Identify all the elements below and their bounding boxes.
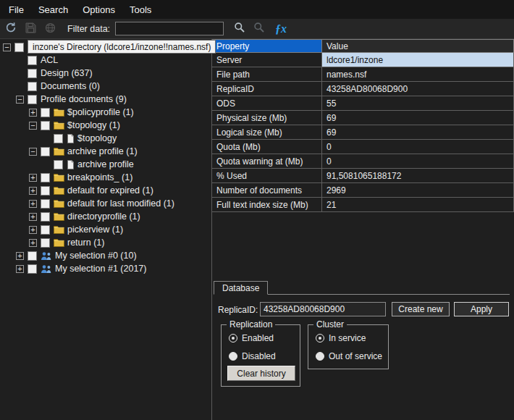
tree-checkbox[interactable]	[28, 264, 37, 274]
property-row[interactable]: Serverldcore1/inzone	[212, 53, 514, 67]
replica-id-input[interactable]	[260, 302, 386, 316]
tree-checkbox[interactable]	[41, 238, 50, 248]
tree-item[interactable]: +My selection #1 (2017)	[0, 262, 211, 275]
tree-item[interactable]: +return (1)	[0, 236, 211, 249]
value-column-header[interactable]: Value	[322, 39, 514, 53]
cluster-groupbox-title: Cluster	[313, 319, 347, 329]
tree-item-label: Documents (0)	[41, 81, 100, 91]
property-value-cell: 2969	[322, 183, 514, 198]
property-name-cell: % Used	[212, 169, 322, 183]
property-row[interactable]: Physical size (Mb)69	[212, 111, 514, 125]
property-row[interactable]: Number of documents2969	[212, 183, 514, 198]
tree-item[interactable]: +default for expired (1)	[0, 184, 211, 197]
property-row[interactable]: ReplicaID43258AD80068D900	[212, 82, 514, 96]
radio-disabled[interactable]: Disabled	[229, 351, 300, 361]
folder-icon	[54, 186, 64, 195]
property-value-cell: 69	[322, 125, 514, 140]
property-name-cell: Logical size (Mb)	[212, 125, 322, 140]
collapse-icon[interactable]: −	[29, 122, 37, 130]
collapse-icon[interactable]: −	[3, 43, 11, 51]
property-name-cell: Full text index size (Mb)	[212, 198, 322, 212]
tree-checkbox[interactable]	[14, 43, 24, 52]
property-name-cell: File path	[212, 67, 322, 82]
tree-checkbox[interactable]	[54, 160, 63, 169]
tree-item-tooltip: inzone's Directory (ldcore1/inzone!!name…	[28, 40, 216, 54]
clear-history-button[interactable]: Clear history	[227, 366, 295, 381]
tree-checkbox[interactable]	[41, 199, 50, 209]
property-row[interactable]: Quota (Mb)0	[212, 140, 514, 154]
tree-item[interactable]: +$policyprofile (1)	[0, 106, 211, 119]
menu-tools[interactable]: Tools	[122, 1, 159, 19]
collapse-icon[interactable]: −	[16, 96, 24, 104]
tree-item-label: directoryprofile (1)	[67, 211, 140, 222]
expand-icon[interactable]: +	[29, 187, 37, 195]
menu-file[interactable]: File	[1, 1, 31, 19]
tree-checkbox[interactable]	[28, 82, 37, 91]
expand-icon[interactable]: +	[29, 200, 37, 208]
tree-checkbox[interactable]	[28, 95, 37, 104]
search-button[interactable]	[231, 21, 248, 37]
tree-checkbox[interactable]	[28, 69, 37, 78]
tree-checkbox[interactable]	[41, 173, 50, 182]
tree-item[interactable]: +default for last modified (1)	[0, 197, 211, 210]
expand-icon[interactable]: +	[29, 174, 37, 182]
menu-options[interactable]: Options	[75, 1, 122, 19]
tree-item[interactable]: Documents (0)	[0, 80, 211, 93]
property-row[interactable]: ODS55	[212, 96, 514, 111]
expander-spacer	[16, 83, 24, 91]
property-row[interactable]: File pathnames.nsf	[212, 67, 514, 82]
expander-spacer	[42, 161, 50, 169]
tree-item[interactable]: ACL	[0, 54, 211, 67]
property-row[interactable]: Quota warning at (Mb)0	[212, 154, 514, 169]
tree-item[interactable]: +directoryprofile (1)	[0, 210, 211, 223]
tree-item[interactable]: +pickerview (1)	[0, 223, 211, 236]
details-panel: Property Value Serverldcore1/inzoneFile …	[212, 39, 514, 420]
radio-enabled[interactable]: Enabled	[229, 333, 300, 343]
tree-item-label: $policyprofile (1)	[67, 107, 134, 117]
expand-icon[interactable]: +	[16, 252, 24, 260]
refresh-button[interactable]	[2, 21, 20, 37]
expand-icon[interactable]: +	[29, 239, 37, 247]
property-value-cell: 91,5081065188172	[322, 169, 514, 183]
web-button[interactable]	[41, 21, 59, 37]
tree-checkbox[interactable]	[54, 134, 63, 143]
property-column-header[interactable]: Property	[212, 39, 322, 53]
radio-in-service[interactable]: In service	[316, 333, 388, 343]
expand-icon[interactable]: +	[29, 109, 37, 117]
tab-database[interactable]: Database	[214, 281, 268, 295]
tree-checkbox[interactable]	[41, 212, 50, 222]
tree-item[interactable]: $topology	[0, 132, 211, 145]
collapse-icon[interactable]: −	[29, 148, 37, 156]
tree-checkbox[interactable]	[28, 251, 37, 261]
property-table: Property Value Serverldcore1/inzoneFile …	[212, 39, 514, 212]
tree-checkbox[interactable]	[41, 186, 50, 196]
tree-checkbox[interactable]	[28, 56, 37, 65]
property-row[interactable]: Full text index size (Mb)21	[212, 198, 514, 212]
folder-icon	[54, 108, 64, 117]
formula-button[interactable]: ƒx	[275, 22, 287, 35]
apply-button[interactable]: Apply	[454, 302, 509, 316]
tree-item[interactable]: −$topology (1)	[0, 119, 211, 132]
tree-checkbox[interactable]	[41, 121, 50, 130]
tree-item[interactable]: archive profile	[0, 158, 211, 171]
search-next-button[interactable]	[250, 21, 268, 37]
radio-out-of-service[interactable]: Out of service	[316, 351, 388, 361]
save-button[interactable]	[22, 21, 39, 37]
tree-checkbox[interactable]	[41, 225, 50, 235]
filter-input[interactable]	[115, 22, 224, 35]
tree-item[interactable]: +breakpoints_ (1)	[0, 171, 211, 184]
property-row[interactable]: % Used91,5081065188172	[212, 169, 514, 183]
menu-search[interactable]: Search	[31, 1, 75, 19]
tree-checkbox[interactable]	[41, 147, 50, 156]
expand-icon[interactable]: +	[29, 226, 37, 234]
tree-item[interactable]: −Profile documents (9)	[0, 93, 211, 106]
tree-item[interactable]: +My selection #0 (10)	[0, 249, 211, 262]
property-row[interactable]: Logical size (Mb)69	[212, 125, 514, 140]
expand-icon[interactable]: +	[16, 265, 24, 273]
folder-icon	[54, 238, 64, 247]
tree-item[interactable]: Design (637)	[0, 67, 211, 80]
tree-item[interactable]: −archive profile (1)	[0, 145, 211, 158]
tree-checkbox[interactable]	[41, 108, 50, 117]
expand-icon[interactable]: +	[29, 213, 37, 221]
create-new-button[interactable]: Create new	[392, 302, 450, 316]
